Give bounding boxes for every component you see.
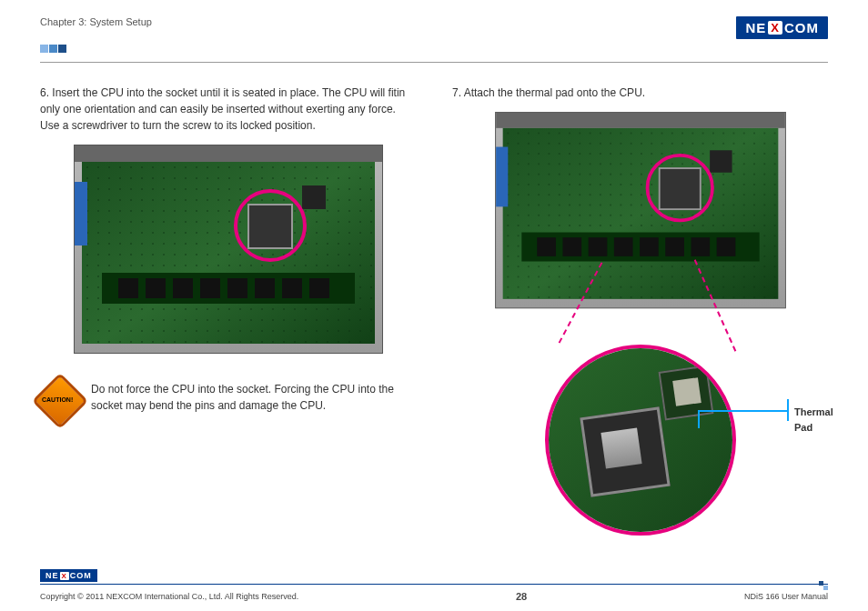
- brand-logo: NEXCOM: [736, 16, 828, 39]
- caution-text: Do not force the CPU into the socket. Fo…: [91, 381, 416, 414]
- footer-logo: NEXCOM: [40, 569, 97, 582]
- brand-left: NE: [745, 20, 766, 35]
- thermal-pad-label: Thermal Pad: [794, 405, 833, 435]
- cpu-highlight-circle-icon: [234, 189, 307, 262]
- chapter-title: Chapter 3: System Setup: [40, 16, 152, 27]
- page-number: 28: [516, 591, 527, 602]
- copyright-text: Copyright © 2011 NEXCOM International Co…: [40, 592, 298, 601]
- motherboard-photo-step6: [74, 145, 383, 354]
- footer-mark-icon: [819, 581, 828, 590]
- callout-line-icon: [698, 410, 789, 412]
- brand-x-icon: X: [768, 21, 782, 35]
- decorative-squares: [40, 45, 828, 53]
- caution-icon: CAUTION!: [40, 381, 80, 421]
- motherboard-photo-step7: [495, 112, 786, 308]
- step-6-text: 6. Insert the CPU into the socket until …: [40, 85, 416, 134]
- brand-right: COM: [784, 20, 819, 35]
- zoom-detail-circle: [545, 345, 736, 536]
- step-7-text: 7. Attach the thermal pad onto the CPU.: [452, 85, 828, 101]
- doc-title: NDiS 166 User Manual: [744, 592, 828, 601]
- cpu-highlight-circle-icon: [645, 154, 713, 222]
- caution-label: CAUTION!: [42, 396, 73, 406]
